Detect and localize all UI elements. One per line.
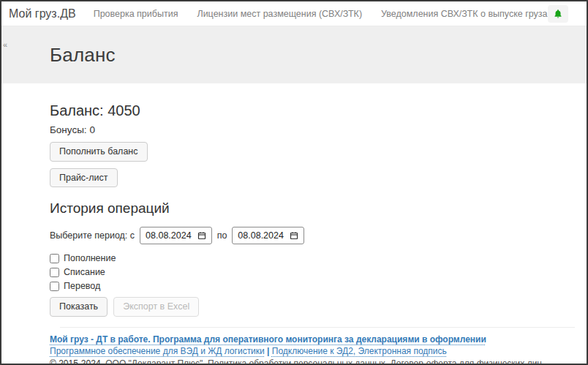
checkbox-transfer[interactable] xyxy=(50,282,59,291)
main-content: Баланс: 4050 Бонусы: 0 Пополнить баланс … xyxy=(1,83,587,328)
checkbox-writeoff[interactable] xyxy=(50,268,59,277)
date-to-value: 08.08.2024 xyxy=(238,230,284,241)
export-excel-button: Экспорт в Excel xyxy=(113,297,199,317)
topup-balance-button[interactable]: Пополнить баланс xyxy=(50,142,148,162)
filter-row-writeoff: Списание xyxy=(50,267,575,277)
calendar-icon[interactable] xyxy=(197,231,206,240)
copyright-sep: , xyxy=(542,358,544,365)
bell-icon xyxy=(553,9,563,19)
brand-logo[interactable]: Мой груз.ДВ xyxy=(9,7,76,20)
checkbox-writeoff-label: Списание xyxy=(64,267,105,277)
footer-link-offer-individuals[interactable]: Договор-оферта для физических лиц xyxy=(391,358,543,365)
calendar-icon[interactable] xyxy=(290,231,298,240)
footer-separator-pipe: | xyxy=(265,346,272,356)
nav-links: Проверка прибытия Лицензии мест размещен… xyxy=(94,9,548,19)
checkbox-topup-label: Пополнение xyxy=(64,253,116,263)
filter-row-transfer: Перевод xyxy=(50,281,575,291)
page-title: Баланс xyxy=(1,26,587,67)
history-section-title: История операций xyxy=(50,200,575,217)
footer-link-ed2[interactable]: Подключение к ЭД2, Электронная подпись xyxy=(272,346,447,356)
copyright-prefix: © 2015-2024, xyxy=(50,358,105,365)
copyright-sep: , xyxy=(385,358,391,365)
page-header-band: « Баланс xyxy=(1,26,587,83)
date-to-input[interactable]: 08.08.2024 xyxy=(232,227,304,244)
notification-bell-button[interactable] xyxy=(548,5,568,23)
period-to-label: по xyxy=(217,230,227,241)
nav-item-licenses[interactable]: Лицензии мест размещения (СВХ/ЗТК) xyxy=(197,9,362,19)
checkbox-transfer-label: Перевод xyxy=(64,281,100,291)
date-from-input[interactable]: 08.08.2024 xyxy=(140,227,212,244)
period-label: Выберите период: с xyxy=(50,230,135,241)
pricelist-button[interactable]: Прайс-лист xyxy=(50,168,118,188)
operation-type-filters: Пополнение Списание Перевод xyxy=(50,253,575,291)
top-navigation-bar: Мой груз.ДВ Проверка прибытия Лицензии м… xyxy=(1,1,587,26)
nav-item-notifications[interactable]: Уведомления СВХ/ЗТК о выпуске груза xyxy=(381,9,547,19)
date-from-value: 08.08.2024 xyxy=(146,230,192,241)
period-selector-row: Выберите период: с 08.08.2024 по 08.08.2… xyxy=(50,227,575,244)
action-buttons-row: Показать Экспорт в Excel xyxy=(50,297,575,317)
show-button[interactable]: Показать xyxy=(50,297,108,317)
footer-link-privacy-policy[interactable]: Политика обработки персональных данных xyxy=(208,358,385,365)
sidebar-toggle-icon[interactable]: « xyxy=(3,41,7,49)
balance-amount: Баланс: 4050 xyxy=(50,102,575,119)
footer-link-software[interactable]: Программное обеспечение для ВЭД и ЖД лог… xyxy=(50,346,265,356)
footer-link-company[interactable]: ООО "Декларант Плюс" xyxy=(105,358,203,365)
bonus-amount: Бонусы: 0 xyxy=(50,124,575,135)
footer-promo-link-main[interactable]: Мой груз - ДТ в работе. Программа для оп… xyxy=(50,334,486,345)
nav-right-group: Регион: Дальний Восток (ДВТУ) xyxy=(548,5,588,23)
page-footer: Мой груз - ДТ в работе. Программа для оп… xyxy=(1,328,587,365)
filter-row-topup: Пополнение xyxy=(50,253,575,263)
nav-item-arrival-check[interactable]: Проверка прибытия xyxy=(94,9,178,19)
checkbox-topup[interactable] xyxy=(50,254,59,263)
